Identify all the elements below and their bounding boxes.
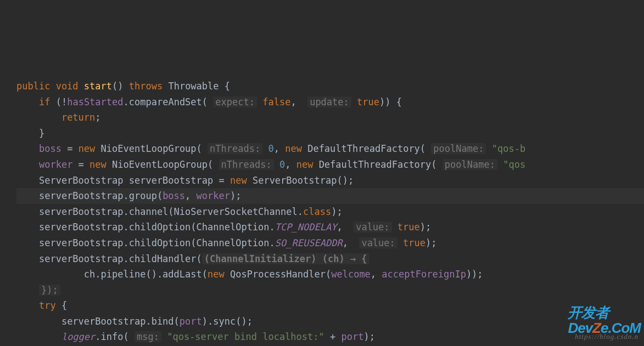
code-line: logger.info( msg: "qos-server bind local… <box>16 331 375 342</box>
code-line: serverBootstrap.childOption(ChannelOptio… <box>16 237 437 248</box>
code-line: if (!hasStarted.compareAndSet( expect: f… <box>16 97 402 107</box>
code-line: boss = new NioEventLoopGroup( nThreads: … <box>16 143 525 154</box>
code-line: } <box>16 128 44 139</box>
code-line: ServerBootstrap serverBootstrap = new Se… <box>16 175 354 186</box>
code-line: try { <box>16 300 67 311</box>
code-editor[interactable]: public void start() throws Throwable { i… <box>0 63 644 346</box>
code-line: return; <box>16 112 101 123</box>
code-line: }); <box>16 285 60 296</box>
code-line: serverBootstrap.bind(port).sync(); <box>16 316 253 327</box>
code-line: public void start() throws Throwable { <box>16 81 230 92</box>
code-line: ch.pipeline().addLast(new QosProcessHand… <box>16 269 483 280</box>
code-line: serverBootstrap.childOption(ChannelOptio… <box>16 222 431 232</box>
watermark-text: https://blog.csdn.n <box>575 329 639 345</box>
code-line-highlighted: serverBootstrap.group(boss, worker); <box>16 188 644 204</box>
code-line: worker = new NioEventLoopGroup( nThreads… <box>16 159 525 170</box>
code-line: serverBootstrap.childHandler((ChannelIni… <box>16 253 369 264</box>
code-line: serverBootstrap.channel(NioServerSocketC… <box>16 206 343 217</box>
